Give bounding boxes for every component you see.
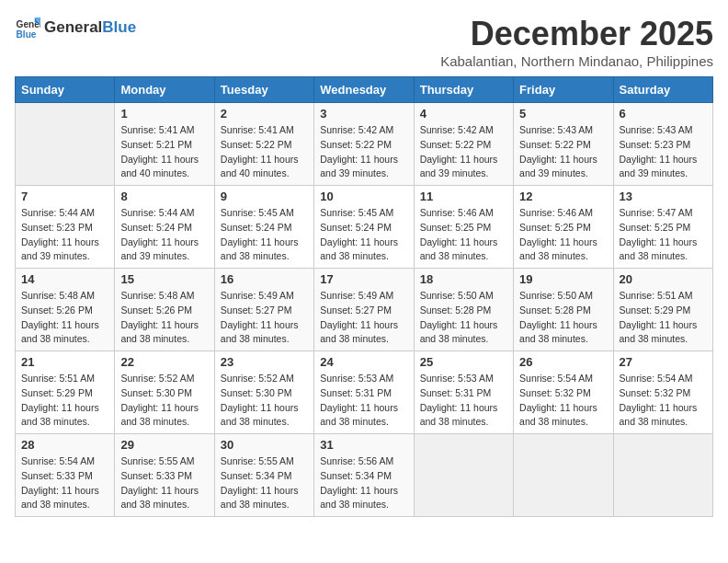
sunrise-text: Sunrise: 5:42 AM (420, 123, 507, 138)
sunrise-text: Sunrise: 5:52 AM (120, 372, 208, 386)
daylight-text: Daylight: 11 hours and 38 minutes. (519, 236, 607, 265)
sunrise-text: Sunrise: 5:45 AM (320, 206, 407, 221)
day-info: Sunrise: 5:54 AMSunset: 5:32 PMDaylight:… (519, 372, 607, 430)
calendar-cell (16, 103, 115, 186)
weekday-header-row: SundayMondayTuesdayWednesdayThursdayFrid… (16, 77, 713, 103)
sunset-text: Sunset: 5:27 PM (221, 304, 308, 318)
day-number: 14 (21, 272, 108, 286)
calendar-cell: 31Sunrise: 5:56 AMSunset: 5:34 PMDayligh… (314, 434, 414, 517)
day-number: 7 (21, 190, 108, 203)
calendar-cell: 15Sunrise: 5:48 AMSunset: 5:26 PMDayligh… (115, 269, 214, 351)
daylight-text: Daylight: 11 hours and 39 minutes. (120, 236, 208, 265)
day-info: Sunrise: 5:46 AMSunset: 5:25 PMDaylight:… (519, 206, 607, 264)
sunrise-text: Sunrise: 5:50 AM (420, 289, 507, 304)
weekday-header-sunday: Sunday (16, 77, 115, 103)
day-info: Sunrise: 5:47 AMSunset: 5:25 PMDaylight:… (620, 206, 707, 264)
calendar-week-row: 14Sunrise: 5:48 AMSunset: 5:26 PMDayligh… (16, 269, 713, 351)
sunset-text: Sunset: 5:25 PM (519, 221, 607, 236)
day-number: 29 (120, 438, 208, 452)
calendar-cell: 26Sunrise: 5:54 AMSunset: 5:32 PMDayligh… (514, 351, 613, 434)
sunset-text: Sunset: 5:31 PM (320, 386, 407, 401)
daylight-text: Daylight: 11 hours and 38 minutes. (320, 318, 407, 348)
weekday-header-tuesday: Tuesday (214, 77, 313, 103)
sunrise-text: Sunrise: 5:41 AM (120, 123, 208, 138)
day-number: 28 (21, 438, 108, 452)
sunrise-text: Sunrise: 5:48 AM (120, 289, 208, 304)
day-number: 15 (120, 272, 208, 286)
sunrise-text: Sunrise: 5:54 AM (519, 372, 607, 386)
day-number: 23 (221, 355, 308, 369)
sunrise-text: Sunrise: 5:43 AM (620, 123, 707, 138)
weekday-header-thursday: Thursday (414, 77, 513, 103)
day-info: Sunrise: 5:56 AMSunset: 5:34 PMDaylight:… (320, 454, 407, 512)
sunset-text: Sunset: 5:23 PM (620, 138, 707, 153)
sunset-text: Sunset: 5:25 PM (420, 221, 507, 236)
calendar-cell: 9Sunrise: 5:45 AMSunset: 5:24 PMDaylight… (214, 186, 313, 269)
sunset-text: Sunset: 5:27 PM (320, 304, 407, 318)
daylight-text: Daylight: 11 hours and 38 minutes. (320, 484, 407, 513)
calendar-week-row: 21Sunrise: 5:51 AMSunset: 5:29 PMDayligh… (16, 351, 713, 434)
sunset-text: Sunset: 5:26 PM (120, 304, 208, 318)
day-number: 13 (620, 190, 707, 203)
sunrise-text: Sunrise: 5:42 AM (320, 123, 407, 138)
sunset-text: Sunset: 5:22 PM (420, 138, 507, 153)
day-number: 4 (420, 107, 507, 121)
calendar-cell: 30Sunrise: 5:55 AMSunset: 5:34 PMDayligh… (214, 434, 313, 517)
weekday-header-friday: Friday (514, 77, 613, 103)
month-title: December 2025 (440, 15, 713, 53)
sunset-text: Sunset: 5:24 PM (221, 221, 308, 236)
day-info: Sunrise: 5:41 AMSunset: 5:22 PMDaylight:… (221, 123, 308, 181)
calendar-cell: 21Sunrise: 5:51 AMSunset: 5:29 PMDayligh… (16, 351, 115, 434)
daylight-text: Daylight: 11 hours and 38 minutes. (221, 236, 308, 265)
calendar-cell: 27Sunrise: 5:54 AMSunset: 5:32 PMDayligh… (613, 351, 712, 434)
day-number: 19 (519, 272, 607, 286)
calendar-table: SundayMondayTuesdayWednesdayThursdayFrid… (15, 76, 713, 517)
sunset-text: Sunset: 5:22 PM (519, 138, 607, 153)
day-info: Sunrise: 5:45 AMSunset: 5:24 PMDaylight:… (221, 206, 308, 264)
daylight-text: Daylight: 11 hours and 38 minutes. (620, 318, 707, 348)
day-number: 21 (21, 355, 108, 369)
calendar-cell: 14Sunrise: 5:48 AMSunset: 5:26 PMDayligh… (16, 269, 115, 351)
sunset-text: Sunset: 5:33 PM (120, 469, 208, 484)
calendar-cell: 19Sunrise: 5:50 AMSunset: 5:28 PMDayligh… (514, 269, 613, 351)
daylight-text: Daylight: 11 hours and 38 minutes. (519, 401, 607, 431)
day-number: 8 (120, 190, 208, 203)
title-area: December 2025 Kabalantian, Northern Mind… (440, 15, 713, 69)
sunrise-text: Sunrise: 5:56 AM (320, 454, 407, 469)
sunset-text: Sunset: 5:29 PM (21, 386, 108, 401)
sunset-text: Sunset: 5:30 PM (120, 386, 208, 401)
day-number: 27 (620, 355, 707, 369)
daylight-text: Daylight: 11 hours and 39 minutes. (519, 153, 607, 182)
daylight-text: Daylight: 11 hours and 38 minutes. (620, 236, 707, 265)
day-number: 24 (320, 355, 407, 369)
day-info: Sunrise: 5:54 AMSunset: 5:32 PMDaylight:… (620, 372, 707, 430)
svg-text:Blue: Blue (17, 29, 37, 40)
calendar-cell: 28Sunrise: 5:54 AMSunset: 5:33 PMDayligh… (16, 434, 115, 517)
day-number: 10 (320, 190, 407, 203)
sunset-text: Sunset: 5:22 PM (320, 138, 407, 153)
calendar-cell: 24Sunrise: 5:53 AMSunset: 5:31 PMDayligh… (314, 351, 414, 434)
day-info: Sunrise: 5:43 AMSunset: 5:22 PMDaylight:… (519, 123, 607, 181)
day-number: 6 (620, 107, 707, 121)
sunset-text: Sunset: 5:34 PM (320, 469, 407, 484)
day-number: 18 (420, 272, 507, 286)
day-info: Sunrise: 5:42 AMSunset: 5:22 PMDaylight:… (420, 123, 507, 181)
day-info: Sunrise: 5:44 AMSunset: 5:24 PMDaylight:… (120, 206, 208, 264)
daylight-text: Daylight: 11 hours and 39 minutes. (21, 236, 108, 265)
daylight-text: Daylight: 11 hours and 38 minutes. (320, 401, 407, 431)
sunrise-text: Sunrise: 5:44 AM (21, 206, 108, 221)
sunrise-text: Sunrise: 5:51 AM (620, 289, 707, 304)
calendar-cell (613, 434, 712, 517)
sunrise-text: Sunrise: 5:49 AM (221, 289, 308, 304)
sunrise-text: Sunrise: 5:51 AM (21, 372, 108, 386)
header: General Blue General Blue December 2025 … (15, 15, 713, 69)
day-info: Sunrise: 5:41 AMSunset: 5:21 PMDaylight:… (120, 123, 208, 181)
sunset-text: Sunset: 5:23 PM (21, 221, 108, 236)
daylight-text: Daylight: 11 hours and 38 minutes. (120, 401, 208, 431)
daylight-text: Daylight: 11 hours and 38 minutes. (519, 318, 607, 348)
day-info: Sunrise: 5:48 AMSunset: 5:26 PMDaylight:… (120, 289, 208, 347)
daylight-text: Daylight: 11 hours and 38 minutes. (21, 401, 108, 431)
sunset-text: Sunset: 5:22 PM (221, 138, 308, 153)
sunset-text: Sunset: 5:28 PM (519, 304, 607, 318)
daylight-text: Daylight: 11 hours and 38 minutes. (420, 318, 507, 348)
